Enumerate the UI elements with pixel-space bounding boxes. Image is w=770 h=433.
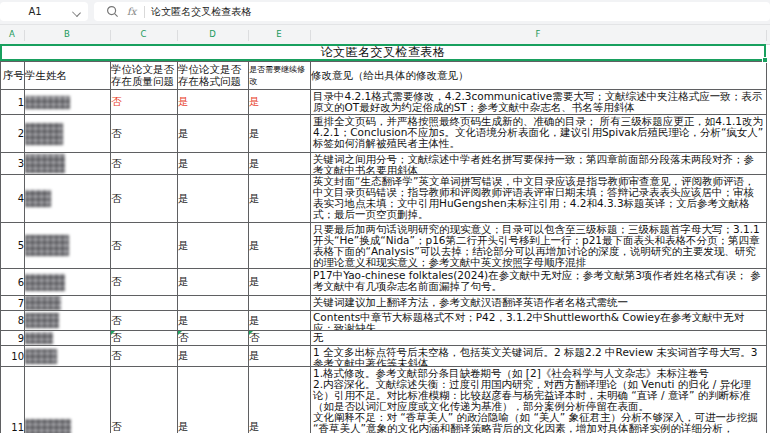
- cell-cont-4[interactable]: 是: [249, 175, 311, 223]
- cell-comment-11[interactable]: 1.格式修改。参考文献部分条目缺卷期号（如 [2]《社会科学与人文杂志》未标注卷…: [311, 367, 767, 433]
- table-row-11: 11否是是1.格式修改。参考文献部分条目缺卷期号（如 [2]《社会科学与人文杂志…: [1, 367, 767, 433]
- cell-cont-2[interactable]: 是: [249, 115, 311, 153]
- cell-format-4[interactable]: 是: [178, 175, 249, 223]
- cell-comment-10[interactable]: 1 全文多出标点符号后未空格，包括英文关键词后。2 标题2.2 中Review …: [311, 346, 767, 367]
- column-header-0[interactable]: 序号: [1, 62, 25, 90]
- divider: [144, 6, 145, 18]
- cell-quality-9[interactable]: 否: [111, 331, 178, 346]
- cell-no-5[interactable]: 5: [1, 223, 25, 269]
- cell-comment-3[interactable]: 关键词之间用分号；文献综述中学者姓名拼写要保持一致；第四章前面部分段落未两段对齐…: [311, 153, 767, 175]
- cell-no-7[interactable]: 7: [1, 296, 25, 311]
- cell-comment-1[interactable]: 目录中4.2.1格式需要修改，4.2.3communicative需要大写；文献…: [311, 90, 767, 115]
- cell-quality-2[interactable]: 否: [111, 115, 178, 153]
- redacted-student-name: [25, 190, 51, 207]
- column-header-5[interactable]: 修改意见（给出具体的修改意见）: [311, 62, 767, 90]
- formula-input-box[interactable]: fx 论文匿名交叉检查表格: [94, 2, 770, 21]
- cell-format-6[interactable]: 是: [178, 269, 249, 296]
- cell-name-box[interactable]: A1: [0, 2, 88, 21]
- cell-comment-9[interactable]: 无: [311, 331, 767, 346]
- cell-corner-indicator: [249, 331, 253, 335]
- redacted-student-name: [25, 349, 57, 364]
- cell-quality-4[interactable]: 否: [111, 175, 178, 223]
- cell-corner-indicator: [178, 331, 182, 335]
- column-letter-A[interactable]: A: [9, 29, 15, 39]
- table-row-6: 6否是是P17中Yao-chinese folktales(2024)在参文献中…: [1, 269, 767, 296]
- cell-format-5[interactable]: 是: [178, 223, 249, 269]
- cell-quality-7[interactable]: [111, 296, 178, 311]
- cell-format-1[interactable]: 是: [178, 90, 249, 115]
- chevron-down-icon[interactable]: [70, 5, 84, 19]
- table-row-8: 8否是是Contents中章节大标题格式不对；P42，3.1.2中Shuttle…: [1, 311, 767, 331]
- column-letter-F[interactable]: F: [536, 29, 541, 39]
- cell-no-6[interactable]: 6: [1, 269, 25, 296]
- column-letter-B[interactable]: B: [64, 29, 70, 39]
- selected-title-cell[interactable]: 论文匿名交叉检查表格: [0, 44, 766, 61]
- cell-student-name-9[interactable]: [25, 331, 111, 346]
- cell-comment-4[interactable]: 英文封面“生态翻译学”英文单词拼写错误，中文目录应该是指导教师审查意见，评阅教师…: [311, 175, 767, 223]
- cell-format-3[interactable]: 是: [178, 153, 249, 175]
- fx-icon[interactable]: fx: [127, 6, 136, 17]
- cell-format-7[interactable]: [178, 296, 249, 311]
- cell-no-4[interactable]: 4: [1, 175, 25, 223]
- cell-cont-5[interactable]: 是: [249, 223, 311, 269]
- selection-fill-handle[interactable]: [762, 57, 768, 63]
- cell-no-1[interactable]: 1: [1, 90, 25, 115]
- cell-format-11[interactable]: 是: [178, 367, 249, 433]
- cell-student-name-4[interactable]: [25, 175, 111, 223]
- cell-cont-7[interactable]: [249, 296, 311, 311]
- cell-quality-5[interactable]: 否: [111, 223, 178, 269]
- cell-quality-1[interactable]: 否: [111, 90, 178, 115]
- cell-cont-10[interactable]: 是: [249, 346, 311, 367]
- redacted-student-name: [25, 96, 70, 109]
- redacted-student-name: [25, 154, 65, 173]
- cell-quality-6[interactable]: 否: [111, 269, 178, 296]
- column-letter-D[interactable]: D: [209, 29, 216, 39]
- cell-student-name-10[interactable]: [25, 346, 111, 367]
- cell-no-8[interactable]: 8: [1, 311, 25, 331]
- cell-student-name-2[interactable]: [25, 115, 111, 153]
- cell-student-name-11[interactable]: [25, 367, 111, 433]
- cell-format-2[interactable]: 是: [178, 115, 249, 153]
- cell-comment-6[interactable]: P17中Yao-chinese folktales(2024)在参文献中无对应；…: [311, 269, 767, 296]
- cell-cont-9[interactable]: 否: [249, 331, 311, 346]
- cell-student-name-1[interactable]: [25, 90, 111, 115]
- cell-format-10[interactable]: 是: [178, 346, 249, 367]
- table-row-1: 1否是是目录中4.2.1格式需要修改，4.2.3communicative需要大…: [1, 90, 767, 115]
- cell-student-name-7[interactable]: [25, 296, 111, 311]
- cell-no-3[interactable]: 3: [1, 153, 25, 175]
- column-header-3[interactable]: 学位论文是否存在格式问题: [178, 62, 249, 90]
- cell-comment-5[interactable]: 只要最后加两句话说明研究的现实意义；目录可以包含至三级标题；三级标题首字母大写；…: [311, 223, 767, 269]
- cell-comment-8[interactable]: Contents中章节大标题格式不对；P42，3.1.2中Shuttlewort…: [311, 311, 767, 331]
- cell-cont-8[interactable]: 是: [249, 311, 311, 331]
- column-header-4[interactable]: 是否需要继续修改: [249, 62, 311, 90]
- formula-text[interactable]: 论文匿名交叉检查表格: [151, 5, 251, 19]
- cell-format-9[interactable]: 否: [178, 331, 249, 346]
- cell-student-name-8[interactable]: [25, 311, 111, 331]
- cell-student-name-6[interactable]: [25, 269, 111, 296]
- column-letter-C[interactable]: C: [141, 29, 147, 39]
- cell-quality-10[interactable]: 否: [111, 346, 178, 367]
- cell-quality-8[interactable]: 否: [111, 311, 178, 331]
- cell-no-11[interactable]: 11: [1, 367, 25, 433]
- column-divider: [310, 30, 311, 41]
- cell-comment-2[interactable]: 重排全文页码，并严格按照最终页码生成新的、准确的目录； 所有三级标题应更正，如4…: [311, 115, 767, 153]
- comment-text: 关键词建议加上翻译方法，参考文献汉语翻译英语作者名格式需统一: [311, 296, 766, 308]
- column-letter-E[interactable]: E: [276, 29, 281, 39]
- cell-quality-3[interactable]: 否: [111, 153, 178, 175]
- cell-no-10[interactable]: 10: [1, 346, 25, 367]
- cell-student-name-3[interactable]: [25, 153, 111, 175]
- magnifier-icon[interactable]: [106, 5, 119, 18]
- cell-student-name-5[interactable]: [25, 223, 111, 269]
- cell-cont-6[interactable]: 是: [249, 269, 311, 296]
- cell-comment-7[interactable]: 关键词建议加上翻译方法，参考文献汉语翻译英语作者名格式需统一: [311, 296, 767, 311]
- cell-cont-3[interactable]: 是: [249, 153, 311, 175]
- cell-quality-11[interactable]: 否: [111, 367, 178, 433]
- cell-cont-11[interactable]: 是: [249, 367, 311, 433]
- column-header-2[interactable]: 学位论文是否存在质量问题: [111, 62, 178, 90]
- column-header-1[interactable]: 学生姓名: [25, 62, 111, 90]
- cell-no-9[interactable]: 9: [1, 331, 25, 346]
- cell-corner-indicator: [111, 331, 115, 335]
- cell-format-8[interactable]: 是: [178, 311, 249, 331]
- cell-cont-1[interactable]: 是: [249, 90, 311, 115]
- cell-no-2[interactable]: 2: [1, 115, 25, 153]
